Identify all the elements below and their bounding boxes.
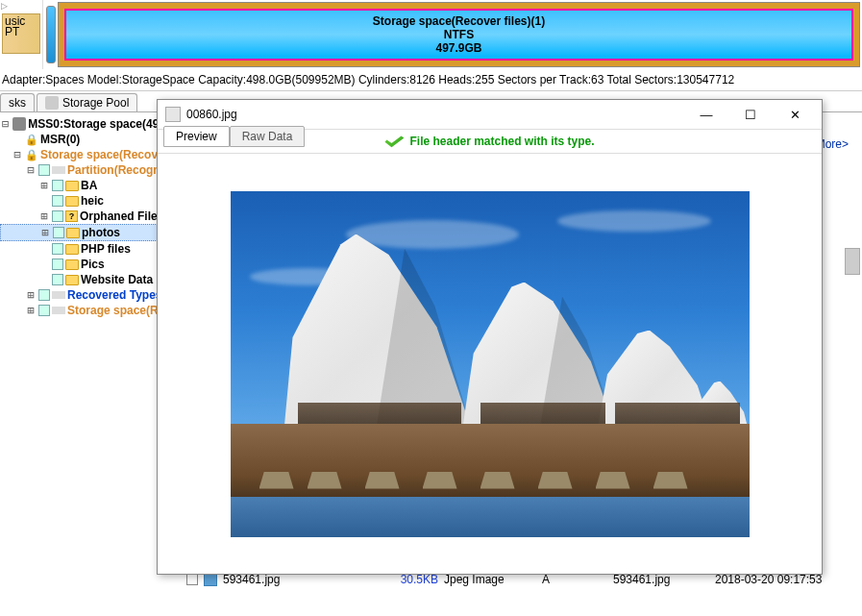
- disk-info-line: Adapter:Spaces Model:StorageSpace Capaci…: [0, 69, 862, 91]
- partition-icon: [52, 307, 65, 314]
- tab-preview[interactable]: Preview: [163, 126, 230, 147]
- tab-storage-pool[interactable]: Storage Pool: [37, 93, 137, 111]
- tree-recovered[interactable]: ⊞ Recovered Types: [0, 287, 183, 303]
- preview-titlebar[interactable]: 00860.jpg — ☐ ✕: [158, 100, 822, 129]
- tree-pics[interactable]: Pics: [0, 257, 183, 272]
- tree-msr[interactable]: 🔒 MSR(0): [0, 132, 183, 147]
- checkbox[interactable]: [52, 195, 63, 207]
- collapse-icon[interactable]: ⊟: [0, 117, 11, 131]
- file-name: 593461.jpg: [223, 573, 377, 586]
- big-partition-outer[interactable]: Storage space(Recover files)(1) NTFS 497…: [58, 2, 860, 67]
- partition-fs: NTFS: [444, 28, 474, 41]
- tree-php[interactable]: PHP files: [0, 241, 183, 257]
- tree-orphaned[interactable]: ⊞ ? Orphaned File: [0, 209, 183, 224]
- checkmark-icon: [384, 135, 404, 148]
- partition-icon: [52, 166, 65, 174]
- partition-icon: [52, 291, 65, 299]
- checkbox[interactable]: [52, 180, 63, 191]
- chevron-icon: ▷: [0, 0, 42, 12]
- checkbox[interactable]: [52, 259, 63, 270]
- preview-filename: 00860.jpg: [186, 108, 681, 121]
- folder-icon: [66, 228, 80, 238]
- preview-status-text: File header matched with its type.: [409, 135, 594, 148]
- file-attr: A: [542, 573, 607, 586]
- tree-heic[interactable]: heic: [0, 193, 183, 209]
- preview-tabs: Preview Raw Data: [163, 126, 305, 147]
- tree-ss-re[interactable]: ⊞ Storage space(Re: [0, 303, 183, 318]
- tree-ba[interactable]: ⊞ BA: [0, 178, 183, 193]
- checkbox[interactable]: [52, 243, 63, 255]
- maximize-button[interactable]: ☐: [731, 103, 770, 126]
- image-file-icon: [204, 573, 217, 586]
- tree-photos[interactable]: ⊞ photos: [0, 224, 183, 241]
- expand-icon[interactable]: ⊞: [39, 226, 51, 239]
- folder-icon: [65, 196, 79, 207]
- folder-icon: [65, 259, 79, 270]
- expand-icon[interactable]: ⊞: [25, 288, 37, 302]
- ruler-icon: [46, 6, 56, 63]
- checkbox[interactable]: [38, 164, 50, 176]
- checkbox[interactable]: [38, 305, 50, 316]
- folder-icon: [65, 244, 79, 255]
- storage-overview: ▷ usic PT Storage space(Recover files)(1…: [0, 0, 862, 69]
- checkbox[interactable]: [52, 210, 63, 222]
- tab-sks[interactable]: sks: [0, 93, 35, 111]
- checkbox[interactable]: [38, 289, 50, 301]
- expand-icon[interactable]: ⊞: [25, 304, 37, 317]
- file-date: 2018-03-20 09:17:53: [715, 573, 858, 586]
- mini-partition[interactable]: ▷ usic PT: [0, 0, 43, 69]
- file-name2: 593461.jpg: [613, 573, 709, 586]
- partition-size: 497.9GB: [435, 41, 481, 55]
- storage-pool-icon: [45, 96, 59, 110]
- mini-line2: PT: [5, 27, 37, 37]
- file-size: 30.5KB: [382, 573, 438, 586]
- collapse-icon[interactable]: ⊟: [25, 163, 37, 177]
- tab-raw-data[interactable]: Raw Data: [230, 126, 306, 147]
- close-button[interactable]: ✕: [776, 103, 814, 126]
- partition-label: Storage space(Recover files)(1): [373, 14, 545, 28]
- checkbox[interactable]: [52, 274, 63, 285]
- preview-window: 00860.jpg — ☐ ✕ Preview Raw Data File he…: [157, 99, 823, 575]
- preview-body: [158, 154, 822, 574]
- folder-icon: [65, 275, 79, 285]
- expand-icon[interactable]: ⊞: [38, 179, 50, 192]
- tree-partition[interactable]: ⊟ Partition(Recogn: [0, 162, 183, 178]
- file-icon: [165, 107, 181, 122]
- scrollbar-thumb[interactable]: [845, 248, 860, 275]
- disk-icon: [12, 117, 26, 131]
- mini-partition-box[interactable]: usic PT: [2, 13, 40, 54]
- minimize-button[interactable]: —: [687, 103, 726, 126]
- lock-icon: 🔒: [25, 133, 38, 146]
- ruler-col: [43, 0, 58, 69]
- lock-icon: 🔒: [25, 148, 38, 161]
- folder-icon: [65, 181, 79, 191]
- big-partition-inner[interactable]: Storage space(Recover files)(1) NTFS 497…: [64, 9, 853, 61]
- expand-icon[interactable]: ⊞: [38, 209, 50, 223]
- tree-ss-recover[interactable]: ⊟ 🔒 Storage space(Recover: [0, 147, 183, 162]
- folder-tree: ⊟ MSS0:Storage space(498GB 🔒 MSR(0) ⊟ 🔒 …: [0, 112, 183, 615]
- tree-root[interactable]: ⊟ MSS0:Storage space(498GB: [0, 116, 183, 132]
- preview-image: [231, 191, 750, 537]
- file-type: Jpeg Image: [444, 573, 536, 586]
- checkbox[interactable]: [53, 227, 64, 238]
- checkbox[interactable]: [186, 574, 198, 585]
- collapse-icon[interactable]: ⊟: [12, 148, 23, 161]
- tree-webdata[interactable]: Website Data: [0, 272, 183, 287]
- question-folder-icon: ?: [65, 210, 78, 222]
